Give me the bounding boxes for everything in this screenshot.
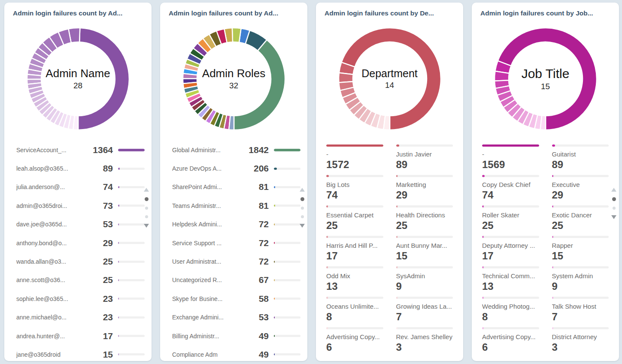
grid-item[interactable]: Aunt Bunny Mar...15: [396, 236, 453, 262]
list-item[interactable]: Helpdesk Admini...72: [160, 215, 307, 234]
list-item[interactable]: Teams Administr...81: [160, 196, 307, 215]
donut-slice[interactable]: [234, 40, 285, 130]
donut-slice[interactable]: [73, 116, 78, 130]
grid-item[interactable]: Justin Javier89: [396, 144, 453, 171]
grid-item[interactable]: Growing Ideas La...7: [396, 297, 453, 323]
grid-item[interactable]: Rapper15: [552, 236, 609, 262]
scroll-down-arrow-icon[interactable]: [300, 224, 305, 228]
page-dot[interactable]: [145, 207, 148, 210]
grid-item[interactable]: Deputy Attorney ...17: [482, 236, 539, 262]
grid-item[interactable]: Essential Carpet25: [326, 205, 383, 232]
donut-slice[interactable]: [27, 74, 41, 79]
list-item[interactable]: Billing Administr...49: [160, 327, 307, 345]
grid-item[interactable]: Executive29: [552, 175, 609, 201]
donut-slice[interactable]: [183, 73, 197, 78]
list-item[interactable]: julia.anderson@...74: [4, 178, 152, 196]
page-dot[interactable]: [301, 215, 304, 218]
item-label: Advertising Copy...: [482, 333, 539, 340]
list-item[interactable]: anthony.bond@o...29: [4, 234, 152, 252]
grid-item[interactable]: Marketting29: [396, 175, 453, 201]
item-bar: [396, 327, 453, 329]
grid-item[interactable]: Advertising Copy...6: [326, 327, 383, 353]
grid-item[interactable]: System Admin9: [552, 266, 609, 292]
item-bar: [482, 266, 539, 268]
grid-item[interactable]: Health Directions25: [396, 205, 453, 232]
grid-item[interactable]: Advertising Copy...6: [482, 327, 539, 353]
grid-item[interactable]: Harris And Hill P...17: [326, 236, 383, 262]
list-item[interactable]: Uncategorized R...67: [160, 271, 307, 289]
grid-item[interactable]: -1572: [326, 144, 383, 171]
list-item[interactable]: Global Administr...1842: [160, 141, 307, 159]
item-label: Deputy Attorney ...: [482, 242, 539, 249]
item-value: 6: [482, 341, 539, 353]
item-bar-fill: [396, 205, 398, 208]
grid-item[interactable]: Talk Show Host7: [552, 297, 609, 323]
donut-slice[interactable]: [229, 116, 234, 130]
grid-item[interactable]: Roller Skater25: [482, 205, 539, 232]
donut-slice[interactable]: [232, 28, 241, 42]
page-dot[interactable]: [613, 207, 616, 210]
grid-item[interactable]: Copy Desk Chief74: [482, 175, 539, 201]
item-bar: [482, 327, 539, 329]
list-item[interactable]: andrea.hunter@...17: [4, 327, 152, 345]
grid-item[interactable]: Odd Mix13: [326, 266, 383, 292]
list-item[interactable]: jane@o365droid15: [4, 345, 152, 361]
item-label: SharePoint Admi...: [172, 184, 240, 190]
item-bar: [118, 186, 145, 188]
list-item[interactable]: anne.michael@o...23: [4, 308, 152, 327]
item-label: Helpdesk Admini...: [172, 221, 240, 228]
scroll-up-arrow-icon[interactable]: [300, 188, 305, 192]
page-dot-active[interactable]: [145, 197, 149, 201]
grid-item[interactable]: Wedding Photog...8: [482, 297, 539, 323]
grid-item[interactable]: Exotic Dancer25: [552, 205, 609, 232]
list-item[interactable]: Service Support ...72: [160, 234, 307, 252]
dashboard: Admin login failures count by Ad... Admi…: [0, 0, 622, 361]
item-bar: [274, 298, 300, 300]
donut-slice[interactable]: [494, 71, 509, 81]
list-item[interactable]: SharePoint Admi...81: [160, 178, 307, 196]
grid-item[interactable]: Guitarist89: [552, 144, 609, 171]
page-dot-active[interactable]: [612, 197, 616, 201]
list-item[interactable]: wanda.allan@o3...25: [4, 252, 152, 271]
item-value: 72: [244, 219, 269, 229]
page-dot[interactable]: [301, 207, 304, 210]
donut-slice[interactable]: [338, 73, 353, 83]
list-item[interactable]: anne.scott@o36...25: [4, 271, 152, 289]
card-job-title: Admin login failures count by Job... Job…: [472, 3, 619, 361]
grid-item[interactable]: -1569: [482, 144, 539, 171]
list-item[interactable]: User Administrat...72: [160, 252, 307, 271]
list-item[interactable]: Azure DevOps A...206: [160, 159, 307, 177]
item-value: 81: [244, 182, 269, 192]
grid-item[interactable]: SysAdmin9: [396, 266, 453, 292]
page-dot-active[interactable]: [300, 197, 304, 201]
item-bar: [274, 168, 300, 170]
item-bar-fill: [274, 353, 275, 355]
item-label: Marketting: [396, 181, 453, 188]
item-label: jane@o365droid: [16, 351, 85, 358]
item-bar: [274, 261, 300, 263]
list-item[interactable]: ServiceAccount_...1364: [4, 141, 152, 159]
donut-slice[interactable]: [383, 115, 390, 130]
page-dot[interactable]: [145, 215, 148, 218]
list-item[interactable]: sophie.lee@o365...23: [4, 289, 152, 308]
donut-slice[interactable]: [540, 116, 545, 130]
list-item[interactable]: leah.alsop@o365...89: [4, 159, 152, 177]
donut-slice[interactable]: [78, 28, 129, 130]
scroll-up-arrow-icon[interactable]: [144, 188, 149, 192]
list-item[interactable]: admin@o365droi...73: [4, 196, 152, 215]
item-label: anne.scott@o36...: [16, 277, 85, 283]
grid-item[interactable]: Rev. James Shelley3: [396, 327, 453, 353]
list-item[interactable]: Skype for Busine...58: [160, 289, 307, 308]
grid-item[interactable]: Big Lots74: [326, 175, 383, 201]
grid-item[interactable]: Oceans Unlimite...8: [326, 297, 383, 323]
scroll-down-arrow-icon[interactable]: [611, 215, 616, 219]
list-item[interactable]: Exchange Admini...53: [160, 308, 307, 327]
scroll-up-arrow-icon[interactable]: [611, 188, 616, 192]
item-value: 29: [552, 189, 609, 201]
item-bar-fill: [552, 297, 554, 299]
scroll-down-arrow-icon[interactable]: [144, 224, 149, 228]
list-item[interactable]: dave.joe@o365d...53: [4, 215, 152, 234]
grid-item[interactable]: District Attorney3: [552, 327, 609, 353]
grid-item[interactable]: Technical Comm...13: [482, 266, 539, 292]
list-item[interactable]: Compliance Adm49: [160, 345, 307, 361]
